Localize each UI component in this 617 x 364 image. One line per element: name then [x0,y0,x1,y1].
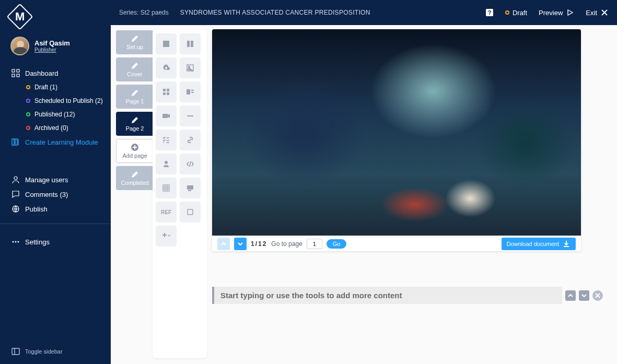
svg-rect-3 [17,74,19,77]
status-dot-icon [26,126,30,130]
tool-image-text[interactable] [180,81,201,102]
plus-dropdown-icon [162,232,170,240]
status-label: Draft [513,9,527,17]
move-down-button[interactable] [579,290,589,301]
page-input[interactable] [307,239,322,249]
play-icon [566,8,574,17]
svg-text:?: ? [488,9,492,16]
tool-divider[interactable] [180,105,201,126]
move-up-button[interactable] [565,290,576,301]
sidebar: M Asif Qasim Publisher Dashboard Draft (… [0,0,111,364]
nav-scheduled[interactable]: Scheduled to Publish (2) [0,94,111,108]
page-counter: 1/12 [251,240,267,248]
status-dot-icon [26,99,30,103]
tool-add-more[interactable] [156,226,177,246]
svg-point-11 [18,241,19,243]
tool-frame[interactable] [180,202,201,222]
remove-block-button[interactable] [592,290,603,301]
svg-rect-0 [12,69,15,72]
frame-icon [186,208,194,216]
plus-circle-icon [131,143,139,151]
page-cover[interactable]: Cover [116,57,154,81]
help-button[interactable]: ? [485,8,494,17]
document-viewer: 1/12 Go to page Go Download document [212,29,581,251]
next-page-button[interactable] [234,238,247,250]
svg-point-9 [13,241,14,243]
page-1[interactable]: Page 1 [116,85,154,109]
tool-gallery[interactable] [156,81,177,102]
user-block[interactable]: Asif Qasim Publisher [0,31,111,63]
exit-button[interactable]: Exit [586,8,609,17]
nav-create-module[interactable]: Create Learning Module [0,135,111,149]
page-list: Set up Cover Page 1 Page 2 Add page Comp… [111,25,153,364]
tool-image[interactable] [180,57,201,78]
page-label: Set up [126,44,143,50]
tool-code[interactable] [180,154,201,174]
nav-primary: Dashboard Draft (1) Scheduled to Publish… [0,63,111,149]
nav-label: Comments (3) [25,191,68,198]
page-label: Page 2 [126,125,144,132]
nav-label: Create Learning Module [25,138,98,146]
nav-publish[interactable]: Publish [0,202,111,216]
tool-block[interactable] [156,33,177,54]
page-2[interactable]: Page 2 [116,112,154,136]
document-page-image[interactable] [212,29,581,236]
nav-manage-users[interactable]: Manage users [0,172,111,187]
nav-label: Manage users [25,176,68,184]
nav-label: Settings [25,238,50,246]
goto-label: Go to page [271,240,302,248]
content: Set up Cover Page 1 Page 2 Add page Comp… [111,25,617,364]
tool-author[interactable] [156,154,177,174]
page-setup[interactable]: Set up [116,30,154,54]
nav-label: Draft (1) [34,84,57,91]
more-icon [11,238,20,246]
go-button[interactable]: Go [327,239,347,249]
tool-card[interactable] [180,178,201,198]
logo-letter: M [15,10,25,24]
nav-label: Dashboard [25,69,59,77]
line-icon [186,112,194,120]
tool-reference[interactable]: REF [156,202,177,222]
svg-rect-28 [167,92,169,95]
add-page-button[interactable]: Add page [116,139,154,163]
nav-published[interactable]: Published (12) [0,108,111,121]
cloud-upload-icon [162,64,170,72]
nav-tertiary: Settings [0,231,111,249]
module-title: SYNDROMES WITH ASSOCIATED CANCER PREDISP… [180,9,370,16]
nav-draft[interactable]: Draft (1) [0,80,111,94]
app-logo[interactable]: M [7,4,33,30]
page-label: Completed [121,180,148,186]
status-dot-icon [505,10,509,15]
page-completed[interactable]: Completed [116,166,154,190]
nav-archived[interactable]: Archived (0) [0,121,111,135]
chevron-down-icon [236,240,245,248]
divider [0,224,111,224]
pencil-icon [131,170,139,179]
prev-page-button[interactable] [217,238,230,250]
svg-point-7 [14,177,17,180]
svg-rect-5 [15,139,17,145]
tool-link[interactable] [180,130,201,150]
svg-point-10 [15,241,17,243]
page-label: Page 1 [126,98,144,104]
globe-icon [11,205,20,213]
status-draft[interactable]: Draft [505,9,527,17]
content-placeholder[interactable]: Start typing or use the tools to add mor… [212,287,562,304]
content-placeholder-block: Start typing or use the tools to add mor… [212,287,603,304]
ref-label: REF [161,209,171,215]
nav-settings[interactable]: Settings [0,234,111,249]
nav-comments[interactable]: Comments (3) [0,187,111,202]
nav-dashboard[interactable]: Dashboard [0,66,111,80]
tool-upload[interactable] [156,57,177,78]
panel-icon [11,347,20,356]
tool-checklist[interactable] [156,130,177,150]
preview-button[interactable]: Preview [539,8,574,17]
download-button[interactable]: Download document [502,238,576,250]
tool-table[interactable] [156,178,177,198]
nav-label: Publish [25,205,48,213]
tool-columns[interactable] [180,33,201,54]
tool-video[interactable] [156,105,177,126]
svg-rect-45 [188,190,191,191]
toggle-sidebar[interactable]: Toggle sidebar [11,347,63,356]
svg-rect-44 [187,185,193,190]
